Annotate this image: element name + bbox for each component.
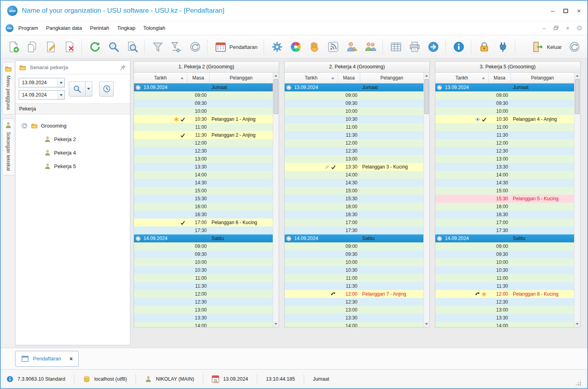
time-slot-row[interactable]: 12:30 bbox=[134, 147, 273, 155]
time-slot-row[interactable]: 11:30 bbox=[285, 282, 423, 290]
appointment-row[interactable]: 15:30Pelanggan 5 - Kucing bbox=[435, 195, 574, 203]
tree-group-groooming[interactable]: Groooming bbox=[18, 119, 128, 132]
appointment-row[interactable]: 12:00Pelanggan 7 - Anjing bbox=[285, 290, 423, 298]
copy-record-button[interactable] bbox=[23, 38, 41, 56]
pin-icon[interactable] bbox=[119, 64, 126, 71]
advanced-search-button[interactable] bbox=[124, 38, 141, 56]
time-slot-row[interactable]: 14:00 bbox=[435, 322, 574, 327]
time-slot-row[interactable]: 16:30 bbox=[285, 211, 423, 219]
appointment-row[interactable]: 10:30Pelanggan 4 - Anjing bbox=[435, 115, 574, 123]
time-slot-row[interactable]: 13:30 bbox=[134, 314, 273, 322]
time-slot-row[interactable]: 12:30 bbox=[134, 298, 273, 306]
menu-item-pangkalan-data[interactable]: Pangkalan data bbox=[42, 23, 86, 33]
scroll-down-button[interactable] bbox=[273, 321, 279, 327]
search-button[interactable] bbox=[105, 38, 122, 56]
time-slot-row[interactable]: 14:00 bbox=[285, 322, 423, 327]
time-slot-row[interactable]: 12:30 bbox=[285, 298, 423, 306]
time-slot-row[interactable]: 11:00 bbox=[285, 274, 423, 282]
scroll-up-button[interactable] bbox=[424, 73, 429, 79]
time-slot-row[interactable]: 16:30 bbox=[134, 211, 273, 219]
time-slot-row[interactable]: 13:00 bbox=[134, 306, 273, 314]
settings-button[interactable] bbox=[268, 38, 286, 56]
window-maximize-button[interactable] bbox=[563, 8, 568, 14]
time-slot-row[interactable]: 10:30 bbox=[435, 266, 574, 274]
column-header-pelanggan[interactable]: Pelanggan bbox=[210, 73, 273, 83]
scroll-thumb[interactable] bbox=[575, 79, 580, 114]
vertical-scrollbar[interactable] bbox=[423, 73, 429, 327]
time-slot-row[interactable]: 13:30 bbox=[435, 163, 574, 171]
scroll-thumb[interactable] bbox=[274, 79, 278, 114]
date-header-row[interactable]: 14.09.2024Sabtu bbox=[435, 234, 574, 242]
time-slot-row[interactable]: 12:00 bbox=[435, 139, 574, 147]
collapse-left-button[interactable] bbox=[186, 38, 204, 56]
appointment-row[interactable]: 12:00Pelanggan 8 - Kucing bbox=[435, 290, 574, 298]
time-slot-row[interactable]: 15:00 bbox=[285, 187, 423, 195]
sidebar-tab-sokongan-teknikal[interactable]: Sokongan teknikal bbox=[2, 118, 14, 175]
date-header-row[interactable]: 13.09.2024Jumaat bbox=[435, 83, 574, 91]
tree-worker-pekerja-4[interactable]: Pekerja 4 bbox=[18, 146, 128, 159]
time-slot-row[interactable]: 13:00 bbox=[435, 306, 574, 314]
time-slot-row[interactable]: 15:00 bbox=[134, 187, 273, 195]
time-settings-button[interactable] bbox=[99, 81, 114, 97]
time-slot-row[interactable]: 16:00 bbox=[134, 203, 273, 211]
window-close-button[interactable]: × bbox=[577, 8, 581, 14]
filter-button[interactable] bbox=[149, 38, 167, 56]
column-header-masa[interactable]: Masa bbox=[187, 73, 210, 83]
appointment-row[interactable]: 13:30Pelanggan 3 - Kucing bbox=[285, 163, 423, 171]
time-slot-row[interactable]: 16:00 bbox=[285, 203, 423, 211]
time-slot-row[interactable]: 14:30 bbox=[134, 179, 273, 187]
export-button[interactable] bbox=[425, 38, 442, 56]
time-slot-row[interactable]: 10:00 bbox=[134, 258, 273, 266]
time-slot-row[interactable]: 11:00 bbox=[285, 123, 423, 131]
appointment-row[interactable]: 11:30Pelanggan 2 - Anjing bbox=[134, 131, 273, 139]
collapse-ribbon-button[interactable] bbox=[576, 25, 582, 31]
column-header-tarikh[interactable]: Tarikh bbox=[285, 73, 338, 83]
collapse-right-button[interactable] bbox=[566, 38, 583, 56]
time-slot-row[interactable]: 09:00 bbox=[285, 242, 423, 250]
time-slot-row[interactable]: 10:00 bbox=[435, 258, 574, 266]
time-slot-row[interactable]: 09:00 bbox=[435, 91, 574, 99]
time-slot-row[interactable]: 17:00 bbox=[285, 219, 423, 226]
time-slot-row[interactable]: 13:00 bbox=[285, 155, 423, 163]
time-slot-row[interactable]: 17:00 bbox=[435, 219, 574, 226]
time-slot-row[interactable]: 09:30 bbox=[134, 250, 273, 258]
time-slot-row[interactable]: 16:00 bbox=[435, 203, 574, 211]
lock-button[interactable] bbox=[475, 38, 493, 56]
time-slot-row[interactable]: 16:30 bbox=[435, 211, 574, 219]
time-slot-row[interactable]: 13:30 bbox=[435, 314, 574, 322]
time-slot-row[interactable]: 14:00 bbox=[134, 322, 273, 327]
time-slot-row[interactable]: 14:00 bbox=[285, 171, 423, 179]
news-feed-button[interactable] bbox=[324, 38, 342, 56]
time-slot-row[interactable]: 12:30 bbox=[435, 147, 574, 155]
time-slot-row[interactable]: 09:00 bbox=[285, 91, 423, 99]
scroll-up-button[interactable] bbox=[574, 73, 580, 79]
time-slot-row[interactable]: 14:30 bbox=[435, 179, 574, 187]
time-slot-row[interactable]: 15:00 bbox=[435, 187, 574, 195]
menu-item-tingkap[interactable]: Tingkap bbox=[113, 23, 140, 33]
menu-item-perintah[interactable]: Perintah bbox=[86, 23, 113, 33]
time-slot-row[interactable]: 11:30 bbox=[435, 282, 574, 290]
edit-record-button[interactable] bbox=[42, 38, 60, 56]
ribbon-minimize-button[interactable]: – bbox=[543, 25, 546, 31]
time-slot-row[interactable]: 10:00 bbox=[285, 107, 423, 115]
time-slot-row[interactable]: 12:30 bbox=[435, 298, 574, 306]
column-header-pelanggan[interactable]: Pelanggan bbox=[360, 73, 423, 83]
appointment-row[interactable]: 17:00Pelanggan 6 - Kucing bbox=[134, 219, 273, 226]
time-slot-row[interactable]: 13:30 bbox=[285, 314, 423, 322]
user-rights-button[interactable] bbox=[343, 38, 361, 56]
ribbon-restore-button[interactable] bbox=[553, 25, 559, 31]
time-slot-row[interactable]: 14:30 bbox=[285, 179, 423, 187]
resize-grip[interactable] bbox=[575, 380, 582, 386]
time-slot-row[interactable]: 09:00 bbox=[134, 91, 273, 99]
column-header-tarikh[interactable]: Tarikh bbox=[134, 73, 187, 83]
time-slot-row[interactable]: 11:00 bbox=[435, 123, 574, 131]
time-slot-row[interactable]: 10:00 bbox=[285, 258, 423, 266]
vertical-scrollbar[interactable] bbox=[574, 73, 580, 327]
scroll-thumb[interactable] bbox=[424, 79, 429, 114]
column-header-masa[interactable]: Masa bbox=[489, 73, 511, 83]
time-slot-row[interactable]: 14:00 bbox=[134, 171, 273, 179]
refresh-button[interactable] bbox=[86, 38, 104, 56]
time-slot-row[interactable]: 10:30 bbox=[285, 266, 423, 274]
time-slot-row[interactable]: 11:30 bbox=[134, 282, 273, 290]
appointment-row[interactable]: 10:30Pelanggan 1 - Anjing bbox=[134, 115, 273, 123]
